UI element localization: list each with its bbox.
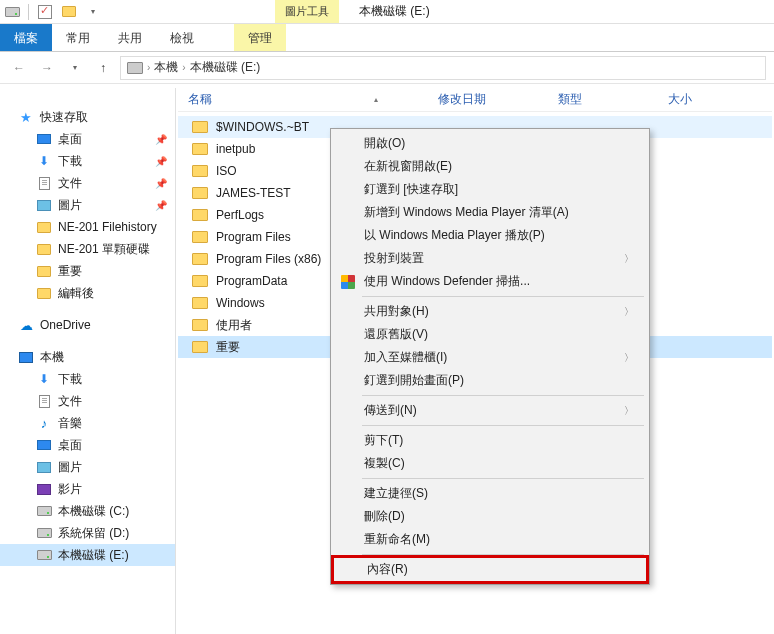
breadcrumb-drive[interactable]: 本機磁碟 (E:) — [190, 59, 261, 76]
chevron-right-icon[interactable]: › — [182, 62, 185, 73]
tab-file[interactable]: 檔案 — [0, 24, 52, 51]
chevron-right-icon[interactable]: › — [147, 62, 150, 73]
tree-documents[interactable]: 文件📌 — [0, 172, 175, 194]
nav-recent-dropdown[interactable]: ▾ — [64, 57, 86, 79]
tree-pc-pictures[interactable]: 圖片 — [0, 456, 175, 478]
tree-pc-downloads[interactable]: ⬇下載 — [0, 368, 175, 390]
tree-downloads[interactable]: ⬇下載📌 — [0, 150, 175, 172]
tree-edited[interactable]: 編輯後 — [0, 282, 175, 304]
cm-delete[interactable]: 刪除(D) — [334, 505, 646, 528]
tree-pc-videos[interactable]: 影片 — [0, 478, 175, 500]
tree-pictures[interactable]: 圖片📌 — [0, 194, 175, 216]
tree-pc-music[interactable]: ♪音樂 — [0, 412, 175, 434]
cm-cut[interactable]: 剪下(T) — [334, 429, 646, 452]
col-type[interactable]: 類型 — [548, 91, 658, 108]
tree-quick-access[interactable]: ★快速存取 — [0, 106, 175, 128]
tree-onedrive[interactable]: ☁OneDrive — [0, 314, 175, 336]
navigation-tree: ★快速存取 桌面📌 ⬇下載📌 文件📌 圖片📌 NE-201 Filehistor… — [0, 88, 176, 634]
sort-asc-icon: ▴ — [374, 95, 378, 104]
nav-up[interactable]: ↑ — [92, 57, 114, 79]
folder-icon — [192, 253, 208, 265]
folder-icon — [192, 341, 208, 353]
cm-add-wmp-list[interactable]: 新增到 Windows Media Player 清單(A) — [334, 201, 646, 224]
cm-play-wmp[interactable]: 以 Windows Media Player 播放(P) — [334, 224, 646, 247]
cm-restore-prev[interactable]: 還原舊版(V) — [334, 323, 646, 346]
pin-icon: 📌 — [155, 134, 167, 145]
cm-open[interactable]: 開啟(O) — [334, 132, 646, 155]
drive-icon — [127, 62, 143, 74]
folder-icon — [192, 165, 208, 177]
cm-pin-quick[interactable]: 釘選到 [快速存取] — [334, 178, 646, 201]
nav-back[interactable]: ← — [8, 57, 30, 79]
ribbon-tabs: 檔案 常用 共用 檢視 管理 — [0, 24, 774, 52]
cm-pin-start[interactable]: 釘選到開始畫面(P) — [334, 369, 646, 392]
col-size[interactable]: 大小 — [658, 91, 702, 108]
tree-ne201-filehist[interactable]: NE-201 Filehistory — [0, 216, 175, 238]
cm-separator — [362, 425, 644, 426]
folder-icon — [192, 209, 208, 221]
tab-view[interactable]: 檢視 — [156, 24, 208, 51]
cm-properties[interactable]: 內容(R) — [331, 555, 649, 584]
tree-drive-c[interactable]: 本機磁碟 (C:) — [0, 500, 175, 522]
submenu-arrow-icon: 〉 — [624, 351, 634, 365]
pin-icon: 📌 — [155, 178, 167, 189]
breadcrumb[interactable]: › 本機 › 本機磁碟 (E:) — [120, 56, 766, 80]
navbar: ← → ▾ ↑ › 本機 › 本機磁碟 (E:) — [0, 52, 774, 84]
tree-important[interactable]: 重要 — [0, 260, 175, 282]
window-title: 本機磁碟 (E:) — [359, 3, 430, 20]
column-headers: 名稱▴ 修改日期 類型 大小 — [178, 88, 772, 112]
tree-this-pc[interactable]: 本機 — [0, 346, 175, 368]
tree-drive-e[interactable]: 本機磁碟 (E:) — [0, 544, 175, 566]
cm-send-to[interactable]: 傳送到(N)〉 — [334, 399, 646, 422]
cm-include-lib[interactable]: 加入至媒體櫃(I)〉 — [334, 346, 646, 369]
folder-icon — [192, 121, 208, 133]
tree-pc-documents[interactable]: 文件 — [0, 390, 175, 412]
tab-home[interactable]: 常用 — [52, 24, 104, 51]
breadcrumb-pc[interactable]: 本機 — [154, 59, 178, 76]
tab-share[interactable]: 共用 — [104, 24, 156, 51]
submenu-arrow-icon: 〉 — [624, 404, 634, 418]
defender-icon — [340, 274, 356, 290]
cm-copy[interactable]: 複製(C) — [334, 452, 646, 475]
cm-cast[interactable]: 投射到裝置〉 — [334, 247, 646, 270]
qat-dropdown[interactable]: ▾ — [84, 3, 102, 21]
nav-forward[interactable]: → — [36, 57, 58, 79]
tree-pc-desktop[interactable]: 桌面 — [0, 434, 175, 456]
col-name[interactable]: 名稱▴ — [178, 91, 428, 108]
submenu-arrow-icon: 〉 — [624, 305, 634, 319]
qat-checkbox[interactable] — [36, 3, 54, 21]
cm-open-new-window[interactable]: 在新視窗開啟(E) — [334, 155, 646, 178]
cm-defender[interactable]: 使用 Windows Defender 掃描... — [334, 270, 646, 293]
pin-icon: 📌 — [155, 156, 167, 167]
context-menu: 開啟(O) 在新視窗開啟(E) 釘選到 [快速存取] 新增到 Windows M… — [330, 128, 650, 585]
cm-shortcut[interactable]: 建立捷徑(S) — [334, 482, 646, 505]
folder-icon — [192, 319, 208, 331]
titlebar: ▾ 圖片工具 本機磁碟 (E:) — [0, 0, 774, 24]
folder-icon — [192, 187, 208, 199]
tab-manage[interactable]: 管理 — [234, 24, 286, 51]
tree-ne201-single[interactable]: NE-201 單顆硬碟 — [0, 238, 175, 260]
cm-separator — [362, 478, 644, 479]
tree-drive-d[interactable]: 系統保留 (D:) — [0, 522, 175, 544]
app-icon — [3, 3, 21, 21]
cm-separator — [362, 395, 644, 396]
cm-rename[interactable]: 重新命名(M) — [334, 528, 646, 551]
folder-icon — [192, 275, 208, 287]
col-date[interactable]: 修改日期 — [428, 91, 548, 108]
folder-icon — [192, 297, 208, 309]
folder-icon — [192, 143, 208, 155]
folder-icon — [192, 231, 208, 243]
cm-share-with[interactable]: 共用對象(H)〉 — [334, 300, 646, 323]
cm-separator — [362, 296, 644, 297]
ribbon-contextual-tab[interactable]: 圖片工具 — [275, 0, 339, 23]
pin-icon: 📌 — [155, 200, 167, 211]
submenu-arrow-icon: 〉 — [624, 252, 634, 266]
qat-folder-icon[interactable] — [60, 3, 78, 21]
tree-desktop[interactable]: 桌面📌 — [0, 128, 175, 150]
